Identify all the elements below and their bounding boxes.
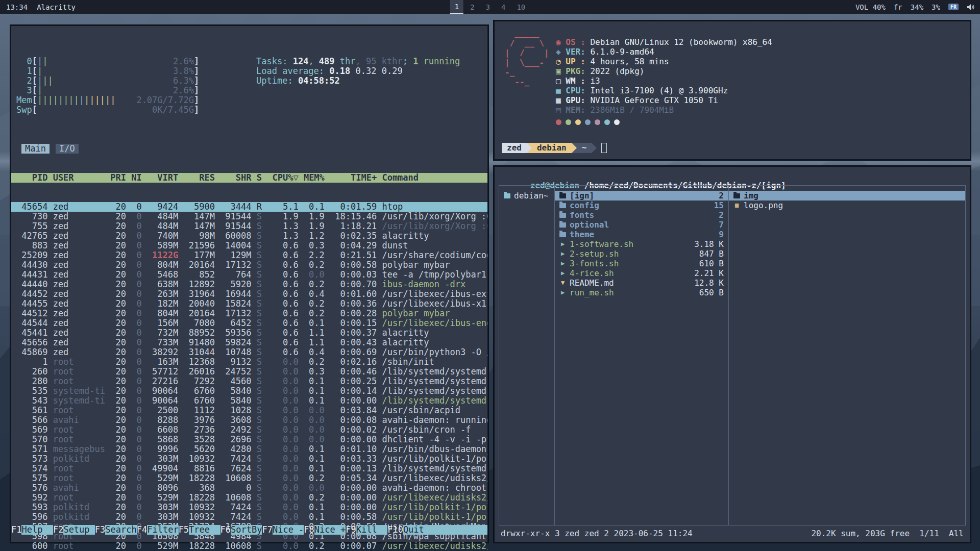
file-row-2setupsh[interactable]: ▶2-setup.sh847 B xyxy=(555,249,728,259)
column-header-virt[interactable]: VIRT xyxy=(147,173,178,183)
file-row-optional[interactable]: optional7 xyxy=(555,220,728,230)
process-row[interactable]: 592root200529M1822810608S0.00.20:00.00/u… xyxy=(11,493,487,503)
fkey-f10[interactable]: F10Quit xyxy=(387,525,434,535)
process-row[interactable]: 574root2004990488167624S0.00.10:00.13/li… xyxy=(11,464,487,473)
keyboard-layout-indicator[interactable]: fr xyxy=(894,3,902,11)
process-cell: 45656 xyxy=(16,338,47,347)
process-cell: avahi xyxy=(53,483,105,493)
process-cell: 0.1 xyxy=(304,444,325,454)
process-row[interactable]: 755zed200484M147M91544S1.31.91:18.21/usr… xyxy=(11,221,487,231)
file-row-readmemd[interactable]: ▼README.md12.8 K xyxy=(555,278,728,288)
fkey-f9[interactable]: F9Kill xyxy=(346,525,387,535)
column-header-res[interactable]: RES xyxy=(184,173,215,183)
workspace-10[interactable]: 10 xyxy=(512,0,530,14)
process-row[interactable]: 25209zed2001122G177M129MS0.62.20:21.51/u… xyxy=(11,251,487,260)
speaker-icon[interactable] xyxy=(967,4,975,11)
volume-indicator[interactable]: VOL 40% xyxy=(855,3,886,11)
brightness-indicator[interactable]: 34% xyxy=(911,3,923,11)
process-row[interactable]: 44544zed200156M70806452S0.60.10:00.15/us… xyxy=(11,318,487,328)
file-row-3fontssh[interactable]: ▶3-fonts.sh610 B xyxy=(555,259,728,268)
column-header-mem[interactable]: MEM% xyxy=(304,173,325,183)
cpu-indicator[interactable]: 3% xyxy=(932,3,940,11)
meter-value: 2.6% xyxy=(173,57,194,66)
process-row[interactable]: 44455zed200182M2004015824S0.60.20:00.36/… xyxy=(11,299,487,309)
fkey-f3[interactable]: F3Search xyxy=(95,525,137,535)
process-row[interactable]: 561root200250011121028S0.00.00:03.84/usr… xyxy=(11,406,487,415)
process-row[interactable]: 45869zed200382923104410748S0.60.40:00.69… xyxy=(11,347,487,357)
workspace-2[interactable]: 2 xyxy=(465,0,479,14)
fkey-f7[interactable]: F7Nice - xyxy=(262,525,304,535)
process-row[interactable]: 44440zed200638M128925920S0.60.20:00.70ib… xyxy=(11,280,487,289)
process-row[interactable]: 45656zed200733M9148059824S0.61.10:00.43a… xyxy=(11,338,487,347)
terminal-cursor[interactable] xyxy=(601,143,607,153)
file-row-fonts[interactable]: fonts2 xyxy=(555,210,728,220)
process-cell: 20040 xyxy=(184,299,215,309)
column-header-s[interactable]: S xyxy=(257,173,262,183)
column-header-cpu[interactable]: CPU%▽ xyxy=(272,173,298,183)
process-row[interactable]: 575root200529M1822810608S0.00.20:05.34/u… xyxy=(11,473,487,483)
file-row-ign[interactable]: [ign]2 xyxy=(555,191,728,201)
process-row[interactable]: 535systemd-ti2009006467605840S0.00.10:00… xyxy=(11,386,487,396)
process-row[interactable]: 570root200586835282696S0.00.00:00.00dhcl… xyxy=(11,435,487,444)
process-cell: 7424 xyxy=(220,503,251,512)
process-row[interactable]: 730zed200484M147M91544S1.91.918:15.46/us… xyxy=(11,212,487,221)
process-row[interactable]: 45654zed200942459003444R5.10.10:01.59hto… xyxy=(11,202,487,212)
process-row[interactable]: 593polkitd200303M109327424S0.00.10:00.00… xyxy=(11,503,487,512)
process-row[interactable]: 569root200660827362492S0.00.00:00.02/usr… xyxy=(11,425,487,435)
file-row-logopng[interactable]: ▦logo.png xyxy=(729,201,965,210)
fkey-f2[interactable]: F2Setup xyxy=(53,525,95,535)
column-header-command[interactable]: Command xyxy=(382,173,487,183)
process-cell: 6608 xyxy=(147,425,178,435)
file-row-run_mesh[interactable]: ▶run_me.sh650 B xyxy=(555,288,728,297)
process-cell: 0.0 xyxy=(304,483,325,493)
file-row-4ricesh[interactable]: ▶4-rice.sh2.21 K xyxy=(555,268,728,278)
process-cell: S xyxy=(257,280,262,289)
fkey-f1[interactable]: F1Help xyxy=(11,525,53,535)
file-row-config[interactable]: config15 xyxy=(555,201,728,210)
process-row[interactable]: 576avahi20080963680S0.00.00:00.00avahi-d… xyxy=(11,483,487,493)
column-header-time[interactable]: TIME+ xyxy=(335,173,377,183)
workspace-1[interactable]: 1 xyxy=(450,0,463,14)
process-row[interactable]: 1root200163M123689132S0.00.20:02.16/sbin… xyxy=(11,357,487,367)
process-row[interactable]: 44512zed200804M2016417132S0.60.20:00.28p… xyxy=(11,309,487,318)
process-cell: root xyxy=(53,367,105,377)
column-header-user[interactable]: USER xyxy=(53,173,105,183)
workspace-4[interactable]: 4 xyxy=(497,0,510,14)
process-row[interactable]: 596polkitd200303M109327424S0.00.10:00.58… xyxy=(11,512,487,522)
meter-bar: |||||||||||||||2.07G/7.72G xyxy=(37,95,194,105)
process-cell: 20 xyxy=(110,454,126,464)
process-row[interactable]: 45441zed200732M8895259356S0.61.10:00.37a… xyxy=(11,328,487,338)
process-cell: S xyxy=(257,260,262,270)
process-row[interactable]: 543systemd-ti2009006467605840S0.00.10:00… xyxy=(11,396,487,406)
process-cell: 0 xyxy=(131,347,141,357)
htop-tab-io[interactable]: I/O xyxy=(56,144,79,154)
process-row[interactable]: 44452zed200263M3196416944S0.60.40:01.60/… xyxy=(11,289,487,299)
file-row-img[interactable]: img xyxy=(729,191,965,201)
file-row-theme[interactable]: theme9 xyxy=(555,230,728,239)
process-row[interactable]: 42765zed200740M98M60008S1.31.20:02.35ala… xyxy=(11,231,487,241)
column-header-pri[interactable]: PRI xyxy=(110,173,126,183)
process-row[interactable]: 44431zed2005468852764S0.60.00:00.03tee -… xyxy=(11,270,487,280)
fkey-f8[interactable]: F8Nice + xyxy=(304,525,346,535)
process-row[interactable]: 573polkitd200303M109327424S0.00.10:03.33… xyxy=(11,454,487,464)
process-row[interactable]: 600root200529M1822810608S0.00.20:00.07/u… xyxy=(11,541,487,551)
process-row[interactable]: 571messagebus200999656204280S0.00.10:01.… xyxy=(11,444,487,454)
fkey-f5[interactable]: F5Tree xyxy=(179,525,220,535)
process-row[interactable]: 260root200577122601624752S0.00.30:00.46/… xyxy=(11,367,487,377)
process-row[interactable]: 280root2002721672924560S0.00.10:00.25/li… xyxy=(11,377,487,386)
process-cell: 0.1 xyxy=(304,503,325,512)
column-header-pid[interactable]: PID xyxy=(16,173,47,183)
column-header-ni[interactable]: NI xyxy=(131,173,141,183)
process-cell: 732M xyxy=(147,328,178,338)
process-row[interactable]: 44430zed200804M2016417132S0.60.20:00.58p… xyxy=(11,260,487,270)
process-row[interactable]: 883zed200589M2159614004S0.60.30:04.29dun… xyxy=(11,241,487,251)
file-row-1softwaresh[interactable]: ▶1-software.sh3.18 K xyxy=(555,239,728,249)
keyboard-flag-badge[interactable]: FR xyxy=(948,4,959,10)
fkey-f4[interactable]: F4Filter xyxy=(137,525,179,535)
fkey-f6[interactable]: F6SortBy xyxy=(220,525,262,535)
parent-dir-tab[interactable]: debian~ xyxy=(499,191,554,201)
column-header-shr[interactable]: SHR xyxy=(220,173,251,183)
htop-tab-main[interactable]: Main xyxy=(21,144,50,154)
workspace-3[interactable]: 3 xyxy=(481,0,495,14)
process-row[interactable]: 566avahi200828839763608S0.00.00:00.08ava… xyxy=(11,415,487,425)
